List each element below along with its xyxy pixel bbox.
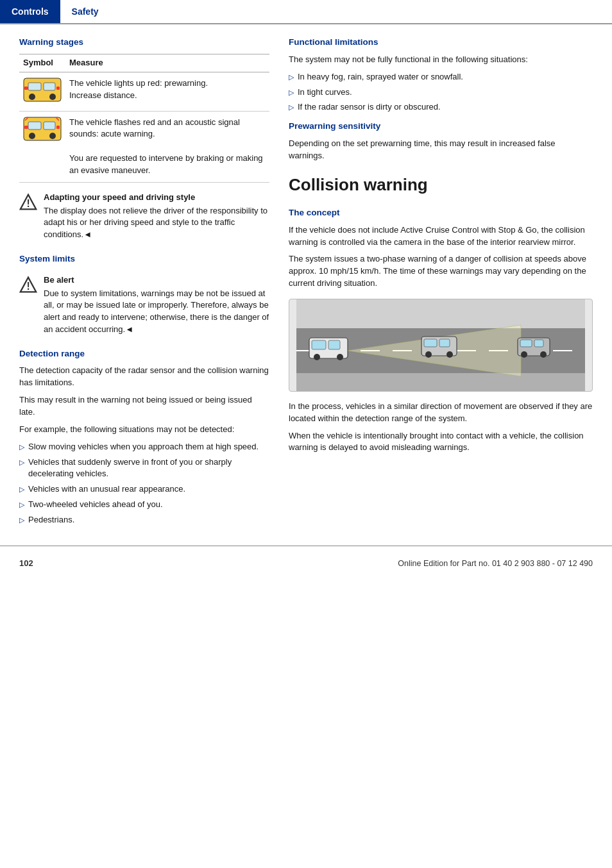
svg-rect-27	[328, 340, 340, 349]
svg-point-39	[540, 351, 547, 358]
col-measure: Measure	[65, 54, 269, 72]
list-item: ▷ If the radar sensor is dirty or obscur…	[289, 101, 593, 113]
footer: 102 Online Edition for Part no. 01 40 2 …	[0, 546, 612, 578]
warning-stages-title: Warning stages	[19, 36, 269, 49]
table-row-1-desc: The vehicle lights up red: prewarning.In…	[65, 72, 269, 111]
warning-body-1: The display does not relieve the driver …	[44, 206, 268, 240]
bullet-arrow-icon: ▷	[19, 458, 24, 468]
table-row: The vehicle lights up red: prewarning.In…	[19, 72, 269, 111]
svg-rect-6	[56, 87, 60, 90]
list-item: ▷ Vehicles with an unusual rear appearan…	[19, 483, 269, 496]
warning-triangle-icon-1: !	[19, 193, 37, 211]
detection-range-title: Detection range	[19, 347, 269, 360]
svg-point-4	[49, 94, 56, 100]
svg-rect-23	[296, 373, 585, 392]
prewarning-sensitivity-text: Depending on the set prewarning time, th…	[289, 138, 593, 162]
warning-block-2: ! Be alert Due to system limitations, wa…	[19, 274, 269, 336]
svg-rect-12	[24, 126, 28, 129]
svg-rect-2	[44, 83, 55, 90]
functional-list: ▷ In heavy fog, rain, sprayed water or s…	[289, 71, 593, 114]
svg-point-28	[314, 354, 320, 360]
svg-rect-13	[56, 126, 60, 129]
header-tabs: Controls Safety	[0, 0, 612, 24]
warning-triangle-icon-2: !	[19, 276, 37, 294]
concept-p4: When the vehicle is intentionally brough…	[289, 430, 593, 455]
page-number: 102	[19, 558, 33, 570]
svg-point-34	[446, 351, 453, 358]
detection-range-p3: For example, the following situations ma…	[19, 424, 269, 436]
svg-point-10	[29, 133, 35, 139]
svg-rect-37	[534, 340, 543, 347]
warning-text-2: Be alert Due to system limitations, warn…	[44, 274, 269, 336]
warning-title-1: Adapting your speed and driving style	[44, 192, 269, 204]
svg-rect-26	[312, 340, 326, 349]
bullet-arrow-icon: ▷	[19, 442, 24, 453]
detection-range-p1: The detection capacity of the radar sens…	[19, 365, 269, 389]
detection-diagram	[289, 299, 593, 392]
col-symbol: Symbol	[19, 54, 65, 72]
svg-point-3	[29, 94, 35, 100]
edition-text: Online Edition for Part no. 01 40 2 903 …	[398, 558, 593, 569]
car-icon-cell-2	[19, 111, 65, 182]
concept-title: The concept	[289, 206, 593, 219]
car-3	[518, 338, 550, 358]
warning-stages-table: Symbol Measure	[19, 54, 269, 183]
tab-controls[interactable]: Controls	[0, 0, 60, 23]
list-item: ▷ In tight curves.	[289, 87, 593, 99]
bullet-arrow-icon: ▷	[19, 485, 24, 495]
tab-safety[interactable]: Safety	[60, 0, 110, 23]
list-item: ▷ Slow moving vehicles when you approach…	[19, 441, 269, 453]
prewarning-sensitivity-title: Prewarning sensitivity	[289, 120, 593, 133]
detection-list: ▷ Slow moving vehicles when you approach…	[19, 441, 269, 526]
warning-block-1: ! Adapting your speed and driving style …	[19, 192, 269, 241]
bullet-arrow-icon: ▷	[289, 88, 294, 98]
svg-rect-1	[28, 83, 41, 90]
detection-diagram-svg	[289, 299, 592, 392]
warning-text-1: Adapting your speed and driving style Th…	[44, 192, 269, 241]
collision-warning-heading: Collision warning	[289, 173, 593, 197]
list-item: ▷ Vehicles that suddenly swerve in front…	[19, 456, 269, 481]
concept-p3: In the process, vehicles in a similar di…	[289, 401, 593, 425]
left-column: Warning stages Symbol Measure	[19, 36, 269, 532]
svg-rect-31	[424, 339, 437, 347]
system-limits-title: System limits	[19, 253, 269, 265]
svg-rect-8	[28, 122, 41, 129]
ego-car	[309, 338, 348, 360]
svg-rect-5	[24, 87, 28, 90]
right-column: Functional limitations The system may no…	[289, 36, 593, 532]
svg-rect-36	[520, 340, 532, 347]
svg-point-38	[521, 351, 527, 358]
main-content: Warning stages Symbol Measure	[0, 24, 612, 532]
car-icon-1	[23, 78, 62, 102]
car-2	[421, 337, 457, 358]
page: Controls Safety Warning stages Symbol Me…	[0, 0, 612, 868]
concept-p1: If the vehicle does not include Active C…	[289, 224, 593, 249]
car-icon-cell-1	[19, 72, 65, 111]
table-row-2-desc: The vehicle flashes red and an acoustic …	[65, 111, 269, 182]
svg-text:!: !	[26, 281, 30, 292]
svg-rect-9	[44, 122, 55, 129]
svg-point-11	[49, 133, 56, 139]
concept-p2: The system issues a two-phase warning of…	[289, 253, 593, 290]
table-row: The vehicle flashes red and an acoustic …	[19, 111, 269, 182]
functional-limitations-intro: The system may not be fully functional i…	[289, 54, 593, 66]
bullet-arrow-icon: ▷	[289, 72, 294, 83]
svg-text:!: !	[26, 198, 30, 209]
svg-point-29	[337, 354, 343, 360]
list-item: ▷ In heavy fog, rain, sprayed water or s…	[289, 71, 593, 83]
car-icon-2	[23, 117, 62, 141]
list-item: ▷ Two-wheeled vehicles ahead of you.	[19, 499, 269, 511]
bullet-arrow-icon: ▷	[289, 103, 294, 113]
list-item: ▷ Pedestrians.	[19, 514, 269, 526]
bullet-arrow-icon: ▷	[19, 515, 24, 526]
warning-title-2: Be alert	[44, 274, 269, 287]
functional-limitations-title: Functional limitations	[289, 36, 593, 49]
detection-range-p2: This may result in the warning not being…	[19, 394, 269, 419]
bullet-arrow-icon: ▷	[19, 500, 24, 510]
svg-rect-32	[439, 339, 450, 347]
warning-body-2: Due to system limitations, warnings may …	[44, 288, 269, 335]
svg-point-33	[425, 351, 432, 358]
